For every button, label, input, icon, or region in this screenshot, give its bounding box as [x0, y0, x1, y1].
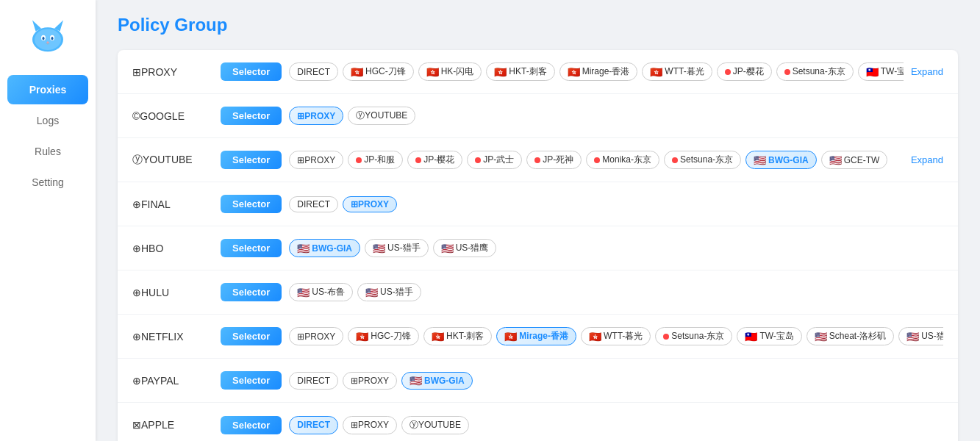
tag-item[interactable]: JP-樱花 — [717, 62, 772, 81]
tag-label: JP-樱花 — [423, 154, 454, 166]
policy-row: ⊕PAYPALSelectorDIRECT⊞PROXY🇺🇸BWG-GIA — [118, 359, 958, 403]
tag-item[interactable]: 🇺🇸US-猎手 — [898, 327, 943, 345]
tag-item[interactable]: ⊞PROXY — [289, 151, 343, 169]
tag-dot — [672, 157, 678, 163]
tag-item[interactable]: 🇺🇸US-布鲁 — [289, 283, 353, 301]
tag-item[interactable]: 🇺🇸GCE-TW — [821, 151, 888, 169]
tag-label: ⊞PROXY — [351, 420, 389, 430]
policy-row: ©GOOGLESelector⊞PROXYⓨYOUTUBE — [118, 94, 958, 138]
tag-item[interactable]: Setsuna-东京 — [664, 151, 741, 169]
tag-list: DIRECT⊞PROXYⓨYOUTUBE — [289, 416, 943, 434]
tag-label: BWG-GIA — [424, 376, 465, 386]
selector-button[interactable]: Selector — [221, 371, 282, 390]
policy-row: ⊕NETFLIXSelector⊞PROXY🇭🇰HGC-刀锋🇭🇰HKT-刺客🇭🇰… — [118, 315, 958, 359]
tag-label: US-猎手 — [380, 286, 413, 298]
tag-item[interactable]: 🇺🇸BWG-GIA — [289, 239, 360, 257]
tag-label: HK-闪电 — [441, 65, 474, 78]
app-logo — [26, 15, 70, 59]
tag-item[interactable]: 🇺🇸BWG-GIA — [401, 372, 473, 390]
tag-label: TW-宝岛 — [759, 330, 793, 343]
tag-item[interactable]: ⊞PROXY — [343, 372, 397, 390]
selector-button[interactable]: Selector — [221, 195, 282, 213]
tag-flag: 🇺🇸 — [906, 331, 919, 343]
selector-button[interactable]: Selector — [221, 239, 282, 257]
tag-item[interactable]: 🇭🇰HGC-刀锋 — [343, 62, 414, 81]
policy-row: ⊕HULUSelector🇺🇸US-布鲁🇺🇸US-猎手 — [118, 270, 958, 315]
sidebar-item-proxies[interactable]: Proxies — [7, 75, 88, 104]
tag-flag: 🇺🇸 — [829, 154, 842, 166]
sidebar-item-setting[interactable]: Setting — [7, 168, 88, 197]
tag-item[interactable]: JP-武士 — [467, 151, 522, 169]
policy-name: ⊕HBO — [132, 243, 213, 254]
tag-label: Scheat-洛杉矶 — [829, 330, 886, 343]
tag-item[interactable]: ⓨYOUTUBE — [401, 416, 469, 434]
tag-label: ⓨYOUTUBE — [356, 110, 407, 122]
tag-item[interactable]: 🇭🇰WTT-暮光 — [642, 62, 712, 81]
tag-label: US-猎手 — [921, 330, 943, 343]
sidebar-item-logs[interactable]: Logs — [7, 106, 88, 135]
tag-label: JP-樱花 — [733, 65, 764, 78]
tag-label: ⊞PROXY — [297, 331, 335, 342]
tag-item[interactable]: Monika-东京 — [586, 151, 659, 169]
tag-item[interactable]: JP-和服 — [348, 151, 403, 169]
tag-label: HGC-刀锋 — [371, 330, 411, 343]
tag-item[interactable]: 🇺🇸US-猎手 — [357, 283, 421, 301]
tag-item[interactable]: 🇭🇰HK-闪电 — [418, 62, 482, 81]
tag-item[interactable]: 🇭🇰Mirage-香港 — [496, 327, 576, 345]
tag-flag: 🇺🇸 — [441, 243, 454, 254]
tag-item[interactable]: 🇭🇰WTT-暮光 — [581, 327, 651, 345]
selector-button[interactable]: Selector — [221, 283, 282, 301]
tag-item[interactable]: DIRECT — [289, 196, 338, 212]
tag-item[interactable]: 🇹🇼TW-宝岛 — [858, 62, 904, 81]
tag-item[interactable]: ⊞PROXY — [289, 327, 343, 345]
expand-button[interactable]: Expand — [911, 154, 943, 165]
sidebar-item-rules[interactable]: Rules — [7, 137, 88, 166]
tag-item[interactable]: 🇭🇰HGC-刀锋 — [348, 327, 419, 345]
tag-item[interactable]: ⊞PROXY — [289, 107, 343, 125]
selector-button[interactable]: Selector — [221, 327, 282, 345]
tag-item[interactable]: 🇺🇸US-猎手 — [365, 239, 429, 257]
selector-button[interactable]: Selector — [221, 416, 282, 434]
expand-button[interactable]: Expand — [911, 66, 943, 77]
tag-flag: 🇭🇰 — [494, 66, 507, 78]
tag-item[interactable]: 🇺🇸US-猎鹰 — [433, 239, 497, 257]
tag-item[interactable]: JP-死神 — [526, 151, 582, 169]
tag-item[interactable]: 🇹🇼TW-宝岛 — [737, 327, 801, 345]
tag-item[interactable]: DIRECT — [289, 416, 338, 434]
selector-button[interactable]: Selector — [221, 62, 282, 81]
tag-list: ⊞PROXYⓨYOUTUBE — [289, 107, 943, 125]
tag-label: WTT-暮光 — [604, 330, 643, 343]
tag-label: WTT-暮光 — [665, 65, 704, 78]
tag-list: ⊞PROXYJP-和服JP-樱花JP-武士JP-死神Monika-东京Setsu… — [289, 151, 904, 169]
tag-item[interactable]: JP-樱花 — [407, 151, 462, 169]
policy-row: ⊕FINALSelectorDIRECT⊞PROXY — [118, 182, 958, 226]
tag-flag: 🇺🇸 — [754, 154, 766, 166]
tag-item[interactable]: Setsuna-东京 — [655, 327, 732, 345]
main-content: Policy Group ⊞PROXYSelectorDIRECT🇭🇰HGC-刀… — [96, 0, 980, 441]
tag-item[interactable]: ⓨYOUTUBE — [348, 107, 415, 125]
tag-dot — [725, 69, 731, 75]
tag-dot — [356, 157, 362, 163]
tag-item[interactable]: 🇺🇸Scheat-洛杉矶 — [806, 327, 894, 345]
tag-item[interactable]: ⊞PROXY — [343, 416, 397, 434]
policy-name: ⊕HULU — [132, 287, 213, 298]
tag-label: HKT-刺客 — [446, 330, 484, 343]
tag-dot — [534, 157, 540, 163]
tag-item[interactable]: DIRECT — [289, 372, 338, 390]
selector-button[interactable]: Selector — [221, 151, 282, 169]
tag-item[interactable]: Setsuna-东京 — [776, 62, 854, 81]
tag-item[interactable]: ⊞PROXY — [343, 196, 397, 212]
selector-button[interactable]: Selector — [221, 107, 282, 125]
tag-label: HKT-刺客 — [509, 65, 546, 78]
tag-item[interactable]: 🇺🇸BWG-GIA — [745, 151, 817, 169]
tag-label: DIRECT — [297, 420, 330, 430]
tag-flag: 🇭🇰 — [432, 331, 444, 343]
tag-item[interactable]: DIRECT — [289, 62, 338, 81]
policy-row: ⊠APPLESelectorDIRECT⊞PROXYⓨYOUTUBE — [118, 403, 958, 441]
tag-item[interactable]: 🇭🇰HKT-刺客 — [423, 327, 492, 345]
sidebar: ProxiesLogsRulesSetting — [0, 0, 96, 441]
policy-row: ⊞PROXYSelectorDIRECT🇭🇰HGC-刀锋🇭🇰HK-闪电🇭🇰HKT… — [118, 50, 958, 94]
tag-item[interactable]: 🇭🇰HKT-刺客 — [486, 62, 554, 81]
tag-flag: 🇺🇸 — [297, 243, 310, 254]
tag-item[interactable]: 🇭🇰Mirage-香港 — [559, 62, 638, 81]
